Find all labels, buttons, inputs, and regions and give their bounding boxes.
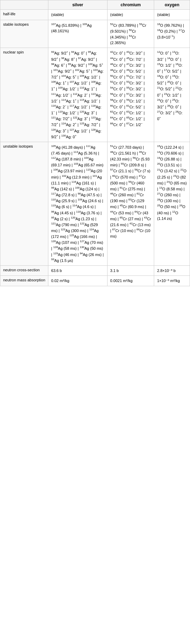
- silver-half-life: (stable): [48, 10, 108, 20]
- label-stable-isotopes: stable isotopes: [0, 20, 48, 48]
- row-nuclear-spin: nuclear spin 93Ag: 9/2+ | 94Ag: 0+ | 95A…: [0, 48, 190, 142]
- label-neutron-cross-section: neutron cross-section: [0, 265, 48, 276]
- col-header-silver: silver: [48, 0, 108, 10]
- chromium-stable-isotopes: 52Cr (83.789%) | 53Cr (9.501%) | 50Cr (4…: [107, 20, 154, 48]
- silver-neutron-mass-absorption: 0.02 m²/kg: [48, 276, 108, 286]
- label-half-life: half-life: [0, 10, 48, 20]
- col-header-chromium: chromium: [107, 0, 154, 10]
- oxygen-neutron-mass-absorption: 1×10⁻⁶ m²/kg: [154, 276, 190, 286]
- chromium-unstable-isotopes: 51Cr (27.703 days) | 48Cr (21.561 h) | 4…: [107, 142, 154, 265]
- row-stable-isotopes: stable isotopes 107Ag (51.839%) | 109Ag …: [0, 20, 190, 48]
- row-unstable-isotopes: unstable isotopes 105Ag (41.28 days) | 1…: [0, 142, 190, 265]
- silver-neutron-cross-section: 63.6 b: [48, 265, 108, 276]
- silver-stable-isotopes: 107Ag (51.839%) | 109Ag (48.161%): [48, 20, 108, 48]
- label-unstable-isotopes: unstable isotopes: [0, 142, 48, 265]
- oxygen-neutron-cross-section: 2.8×10⁻⁴ b: [154, 265, 190, 276]
- chromium-neutron-mass-absorption: 0.0021 m²/kg: [107, 276, 154, 286]
- label-nuclear-spin: nuclear spin: [0, 48, 48, 142]
- chromium-neutron-cross-section: 3.1 b: [107, 265, 154, 276]
- row-neutron-cross-section: neutron cross-section 63.6 b 3.1 b 2.8×1…: [0, 265, 190, 276]
- oxygen-nuclear-spin: 12O: 0+ | 13O: 3/2− | 14O: 0+ | 15O: 1/2…: [154, 48, 190, 142]
- col-header-empty: [0, 0, 48, 10]
- oxygen-unstable-isotopes: 15O (122.24 s) | 14O (70.606 s) | 19O (2…: [154, 142, 190, 265]
- oxygen-stable-isotopes: 16O (99.762%) | 18O (0.2%) | 17O (3.8×10…: [154, 20, 190, 48]
- oxygen-half-life: (stable): [154, 10, 190, 20]
- silver-nuclear-spin: 93Ag: 9/2+ | 94Ag: 0+ | 95Ag: 9/2+ | 96A…: [48, 48, 108, 142]
- label-neutron-mass-absorption: neutron mass absorption: [0, 276, 48, 286]
- row-neutron-mass-absorption: neutron mass absorption 0.02 m²/kg 0.002…: [0, 276, 190, 286]
- chromium-nuclear-spin: 42Cr: 0+ | 43Cr: 3/2+ | 44Cr: 0+ | 45Cr:…: [107, 48, 154, 142]
- col-header-oxygen: oxygen: [154, 0, 190, 10]
- row-half-life: half-life (stable) (stable) (stable): [0, 10, 190, 20]
- chromium-half-life: (stable): [107, 10, 154, 20]
- silver-unstable-isotopes: 105Ag (41.28 days) | 111Ag (7.45 days) |…: [48, 142, 108, 265]
